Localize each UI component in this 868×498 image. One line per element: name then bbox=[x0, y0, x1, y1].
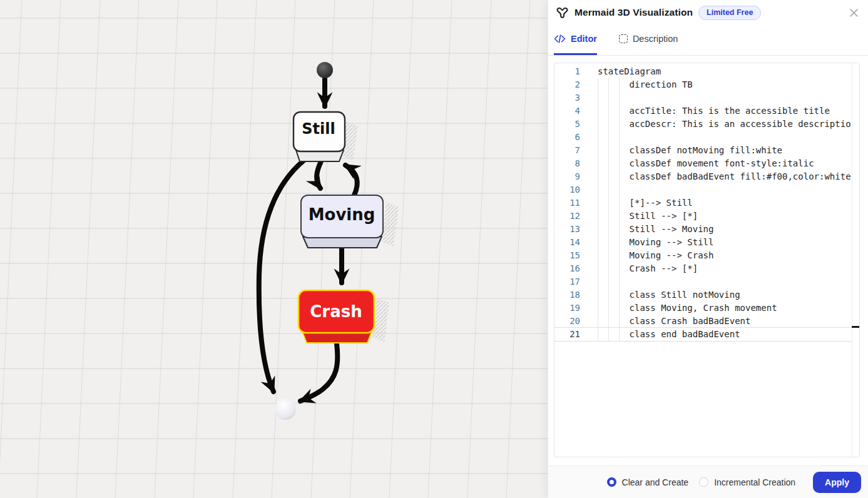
code-line[interactable]: 12 Still --> [*] bbox=[554, 210, 851, 223]
tab-editor[interactable]: Editor bbox=[554, 25, 597, 55]
line-number: 11 bbox=[554, 196, 580, 210]
code-line[interactable]: 10 bbox=[554, 183, 851, 196]
code-text: Still --> [*] bbox=[580, 210, 698, 223]
crash-label: Crash bbox=[310, 302, 362, 321]
line-number: 15 bbox=[554, 249, 580, 262]
panel-footer: Clear and Create Incremental Creation Ap… bbox=[548, 465, 868, 498]
code-text: [*]--> Still bbox=[580, 196, 693, 210]
code-line[interactable]: 6 bbox=[554, 131, 851, 144]
line-number: 19 bbox=[554, 302, 580, 315]
code-line[interactable]: 17 bbox=[554, 275, 851, 288]
line-number: 10 bbox=[554, 183, 580, 196]
3d-viewport[interactable]: Still Moving Crash bbox=[0, 0, 548, 498]
code-line[interactable]: 18 class Still notMoving bbox=[554, 288, 851, 302]
code-text: class Crash badBadEvent bbox=[580, 315, 750, 328]
code-text: accDescr: This is an accessible descript… bbox=[580, 118, 851, 131]
line-number: 18 bbox=[554, 288, 580, 302]
option-label: Clear and Create bbox=[622, 477, 689, 487]
code-line[interactable]: 14 Moving --> Still bbox=[554, 236, 851, 249]
code-line[interactable]: 4 accTitle: This is the accessible title bbox=[554, 104, 851, 118]
edge-still-to-moving bbox=[317, 161, 321, 188]
line-number: 12 bbox=[554, 210, 580, 223]
code-text: classDef badBadEvent fill:#f00,color:whi… bbox=[580, 170, 851, 183]
line-number: 13 bbox=[554, 223, 580, 236]
code-line[interactable]: 20 class Crash badBadEvent bbox=[554, 315, 851, 328]
panel-header: Mermaid 3D Visualization Limited Free bbox=[548, 0, 868, 25]
panel-title: Mermaid 3D Visualization bbox=[574, 7, 693, 18]
code-text: Moving --> Crash bbox=[580, 249, 713, 262]
line-number: 20 bbox=[554, 315, 580, 328]
start-state-node[interactable] bbox=[317, 62, 333, 78]
edge-moving-to-still bbox=[345, 165, 357, 195]
radio-unselected-icon[interactable] bbox=[699, 477, 708, 487]
line-number: 16 bbox=[554, 262, 580, 275]
code-text bbox=[580, 275, 598, 288]
code-line[interactable]: 19 class Moving, Crash movement bbox=[554, 302, 851, 315]
state-diagram-3d: Still Moving Crash bbox=[0, 0, 548, 498]
code-lines[interactable]: 1stateDiagram2 direction TB34 accTitle: … bbox=[554, 65, 851, 457]
code-editor[interactable]: 1stateDiagram2 direction TB34 accTitle: … bbox=[554, 63, 860, 457]
code-text: class Moving, Crash movement bbox=[580, 302, 777, 315]
still-label: Still bbox=[302, 120, 335, 138]
cursor-position-marker bbox=[852, 326, 860, 328]
edge-crash-to-end bbox=[300, 343, 337, 401]
line-number: 8 bbox=[554, 157, 580, 170]
code-text bbox=[580, 183, 598, 196]
code-text: class Still notMoving bbox=[580, 288, 740, 302]
code-text: classDef notMoving fill:white bbox=[580, 144, 782, 157]
line-number: 1 bbox=[554, 65, 580, 78]
line-number: 3 bbox=[554, 91, 580, 104]
state-node-moving[interactable]: Moving bbox=[301, 195, 383, 248]
code-line[interactable]: 8 classDef movement font-style:italic bbox=[554, 157, 851, 170]
code-text bbox=[580, 91, 598, 104]
line-number: 17 bbox=[554, 275, 580, 288]
code-line[interactable]: 16 Crash --> [*] bbox=[554, 262, 851, 275]
code-line[interactable]: 21 class end badBadEvent bbox=[554, 328, 851, 341]
mermaid-3d-app: Still Moving Crash Mermaid 3D Vi bbox=[0, 0, 868, 498]
code-icon bbox=[554, 34, 566, 44]
option-clear-and-create[interactable]: Clear and Create bbox=[607, 477, 689, 487]
option-label: Incremental Creation bbox=[714, 477, 795, 487]
line-number: 14 bbox=[554, 236, 580, 249]
tab-bar: Editor Description bbox=[548, 25, 868, 56]
plan-badge: Limited Free bbox=[698, 6, 761, 20]
end-state-node[interactable] bbox=[275, 399, 296, 420]
code-line[interactable]: 3 bbox=[554, 91, 851, 104]
code-text bbox=[580, 131, 598, 144]
mermaid-panel: Mermaid 3D Visualization Limited Free Ed… bbox=[548, 0, 868, 498]
code-line[interactable]: 9 classDef badBadEvent fill:#f00,color:w… bbox=[554, 170, 851, 183]
code-line[interactable]: 11 [*]--> Still bbox=[554, 196, 851, 210]
code-text: Still --> Moving bbox=[580, 223, 713, 236]
state-node-still[interactable]: Still bbox=[294, 112, 345, 161]
code-text: Crash --> [*] bbox=[580, 262, 698, 275]
code-text: direction TB bbox=[580, 78, 693, 91]
editor-scroll-gutter[interactable] bbox=[852, 63, 859, 457]
line-number: 21 bbox=[554, 328, 580, 341]
tab-description[interactable]: Description bbox=[619, 25, 678, 55]
mermaid-logo-icon bbox=[556, 6, 569, 19]
selection-box-icon bbox=[619, 34, 628, 43]
line-number: 9 bbox=[554, 170, 580, 183]
close-icon bbox=[849, 8, 859, 18]
close-button[interactable] bbox=[847, 6, 860, 19]
code-line[interactable]: 15 Moving --> Crash bbox=[554, 249, 851, 262]
line-number: 7 bbox=[554, 144, 580, 157]
line-number: 6 bbox=[554, 131, 580, 144]
radio-selected-icon[interactable] bbox=[607, 477, 616, 487]
option-incremental-creation[interactable]: Incremental Creation bbox=[699, 477, 795, 487]
grid bbox=[0, 0, 548, 498]
code-line[interactable]: 2 direction TB bbox=[554, 78, 851, 91]
edge-still-to-end bbox=[259, 160, 304, 392]
tab-description-label: Description bbox=[633, 34, 678, 44]
code-line[interactable]: 13 Still --> Moving bbox=[554, 223, 851, 236]
code-line[interactable]: 1stateDiagram bbox=[554, 65, 851, 78]
code-line[interactable]: 5 accDescr: This is an accessible descri… bbox=[554, 118, 851, 131]
code-text: class end badBadEvent bbox=[580, 328, 740, 341]
code-line[interactable]: 7 classDef notMoving fill:white bbox=[554, 144, 851, 157]
moving-label: Moving bbox=[309, 205, 375, 224]
apply-button[interactable]: Apply bbox=[813, 472, 861, 493]
state-node-crash[interactable]: Crash bbox=[299, 290, 374, 343]
code-text: accTitle: This is the accessible title bbox=[580, 104, 830, 118]
code-text: stateDiagram bbox=[580, 65, 661, 78]
line-number: 5 bbox=[554, 118, 580, 131]
